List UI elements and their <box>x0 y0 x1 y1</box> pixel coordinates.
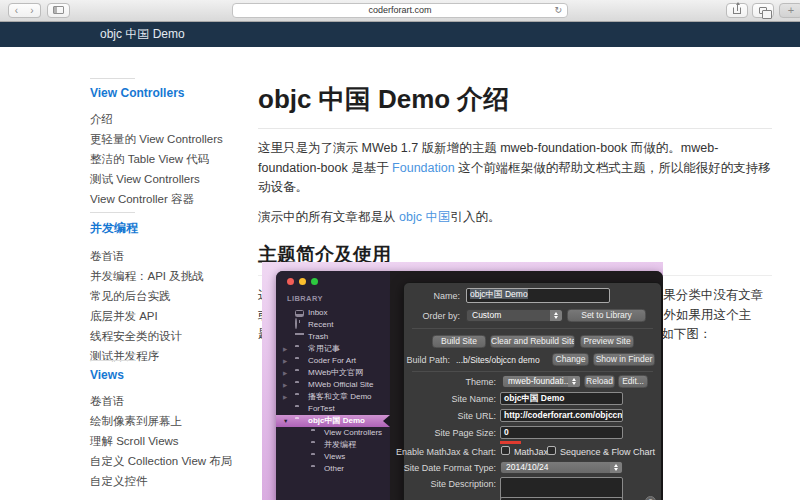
address-bar[interactable]: coderforart.com ↻ <box>232 3 568 18</box>
minimize-button[interactable] <box>299 278 306 285</box>
red-underline-annotation <box>500 441 521 444</box>
nav-item[interactable]: 理解 Scroll Views <box>90 431 260 451</box>
nav-item[interactable]: 常见的后台实践 <box>90 286 260 306</box>
nav-item[interactable]: 自定义 Collection View 布局 <box>90 451 260 471</box>
nav-item[interactable]: View Controller 容器 <box>90 189 260 209</box>
theme-select[interactable]: mweb-foundati... <box>502 375 581 388</box>
clock-icon <box>295 318 297 329</box>
set-to-library-button[interactable]: Set to Library <box>567 309 646 322</box>
enable-mathjax-label: Enable MathJax & Chart: <box>396 446 496 459</box>
date-format-value: 2014/10/24 <box>506 462 549 472</box>
nav-section-title[interactable]: View Controllers <box>90 86 260 100</box>
nav-item[interactable]: 绘制像素到屏幕上 <box>90 411 260 431</box>
chevron-right-icon[interactable]: ▶ <box>283 343 287 355</box>
library-tree-item[interactable]: ForTest <box>276 403 390 415</box>
link-foundation[interactable]: Foundation <box>392 161 455 175</box>
site-page-size-input[interactable]: 0 <box>500 426 623 439</box>
name-input[interactable]: objc中国 Demo <box>466 288 610 303</box>
chevron-down-icon[interactable]: ▼ <box>283 415 288 427</box>
library-tree-item[interactable]: Inbox <box>276 307 390 319</box>
name-label: Name: <box>433 290 460 303</box>
back-button[interactable]: ‹ <box>8 3 25 18</box>
chevron-right-icon[interactable]: ▶ <box>283 367 287 379</box>
tree-item-label: Other <box>324 463 344 475</box>
text: 引入的。 <box>450 210 500 224</box>
change-button[interactable]: Change <box>552 353 589 366</box>
library-tree-item[interactable]: ▶MWeb Official Site <box>276 379 390 391</box>
share-button[interactable] <box>726 3 748 18</box>
forward-button[interactable]: › <box>24 3 41 18</box>
tab-overview-button[interactable] <box>752 3 774 18</box>
nav-item[interactable]: 测试 View Controllers <box>90 169 260 189</box>
plus-icon: + <box>788 4 794 16</box>
reload-button[interactable]: Reload <box>584 375 615 388</box>
sequence-flow-checkbox[interactable] <box>547 446 556 455</box>
tree-item-label: 播客和文章 Demo <box>308 391 372 403</box>
tree-item-label: Coder For Art <box>308 355 356 367</box>
chevron-right-icon[interactable]: ▶ <box>283 391 287 403</box>
nav-divider <box>90 78 135 79</box>
nav-item[interactable]: 更轻量的 View Controllers <box>90 129 260 149</box>
divider <box>412 328 653 329</box>
nav-item[interactable]: 整洁的 Table View 代码 <box>90 149 260 169</box>
library-tree-item[interactable]: 并发编程 <box>276 439 390 451</box>
build-site-button[interactable]: Build Site <box>432 335 486 348</box>
nav-section-title[interactable]: 并发编程 <box>90 220 260 237</box>
library-tree-item[interactable]: Views <box>276 451 390 463</box>
library-tree-item[interactable]: ▶Coder For Art <box>276 355 390 367</box>
library-tree-item[interactable]: Trash <box>276 331 390 343</box>
stepper-icon <box>610 462 622 473</box>
library-tree-item[interactable]: ▶播客和文章 Demo <box>276 391 390 403</box>
site-page-size-label: Site Page Size: <box>434 427 496 440</box>
nav-item[interactable]: 介绍 <box>90 109 260 129</box>
site-name-input[interactable]: objc中国 Demo <box>500 392 623 405</box>
mathjax-checkbox[interactable] <box>501 446 510 455</box>
link-objc-cn[interactable]: objc 中国 <box>399 210 450 224</box>
nav-section-title[interactable]: Views <box>90 368 260 382</box>
nav-item[interactable]: 卷首语 <box>90 246 260 266</box>
site-header: objc 中国 Demo <box>0 22 800 47</box>
nav-item[interactable]: 自定义控件 <box>90 471 260 491</box>
nav-item[interactable]: 并发编程：API 及挑战 <box>90 266 260 286</box>
paragraph-1: 这里只是为了演示 MWeb 1.7 版新增的主题 mweb-foundation… <box>258 139 772 198</box>
close-button[interactable] <box>287 278 294 285</box>
zoom-button[interactable] <box>311 278 318 285</box>
library-tree-item[interactable]: Other <box>276 463 390 475</box>
stepper-icon <box>568 376 580 387</box>
new-tab-button[interactable]: + <box>779 3 800 18</box>
nav-section: View Controllers介绍更轻量的 View Controllers整… <box>90 78 260 209</box>
tree-item-label: Inbox <box>308 307 328 319</box>
tree-item-label: 并发编程 <box>324 439 356 451</box>
library-tree-item[interactable]: Recent <box>276 319 390 331</box>
show-in-finder-button[interactable]: Show in Finder <box>593 353 655 366</box>
tree-item-label: objc中国 Demo <box>308 415 365 427</box>
site-title[interactable]: objc 中国 Demo <box>100 22 185 47</box>
sidebar-toggle-button[interactable] <box>47 3 70 18</box>
date-format-select[interactable]: 2014/10/24 <box>500 461 623 474</box>
library-tree-item[interactable]: ▼objc中国 Demo <box>276 415 390 427</box>
preview-site-button[interactable]: Preview Site <box>580 335 634 348</box>
order-by-select[interactable]: Custom <box>466 309 563 322</box>
nav-item[interactable]: 底层并发 API <box>90 306 260 326</box>
chevron-right-icon[interactable]: ▶ <box>283 379 287 391</box>
site-url-input[interactable]: http://coderforart.com/objccndem <box>500 409 623 422</box>
edit-button[interactable]: Edit... <box>618 375 648 388</box>
browser-toolbar: ‹ › coderforart.com ↻ + <box>0 0 800 22</box>
library-tree-item[interactable]: View Controllers <box>276 427 390 439</box>
chevron-right-icon[interactable]: ▶ <box>283 355 287 367</box>
site-description-label: Site Description: <box>430 478 496 491</box>
clear-rebuild-button[interactable]: Clear and Rebuild Site <box>490 335 575 348</box>
tree-item-label: Views <box>324 451 345 463</box>
tree-item-label: MWeb中文官网 <box>308 367 363 379</box>
date-format-label: Site Date Format Type: <box>404 462 496 475</box>
library-label: LIBRARY <box>287 294 323 303</box>
help-button[interactable]: ? <box>645 496 656 500</box>
library-tree-item[interactable]: ▶MWeb中文官网 <box>276 367 390 379</box>
nav-item[interactable]: 线程安全类的设计 <box>90 326 260 346</box>
nav-item[interactable]: 卷首语 <box>90 391 260 411</box>
tree-item-label: MWeb Official Site <box>308 379 374 391</box>
tree-item-label: ForTest <box>308 403 335 415</box>
refresh-icon[interactable]: ↻ <box>554 4 562 17</box>
library-tree-item[interactable]: ▶常用记事 <box>276 343 390 355</box>
site-settings-dialog: Name: objc中国 Demo Order by: Custom Set t… <box>403 282 662 500</box>
